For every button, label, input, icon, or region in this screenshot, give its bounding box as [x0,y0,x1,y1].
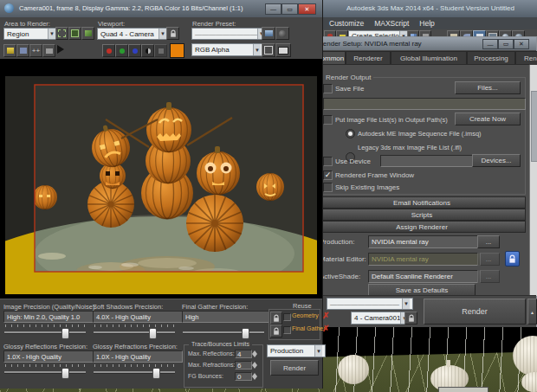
production-browse-button[interactable]: ... [477,235,500,248]
print-image-icon[interactable] [42,44,55,57]
rfw-mr-panel: Image Precision (Quality/Noise): High: M… [0,299,322,389]
environment-icon[interactable] [275,27,289,40]
dialog-content: Render Output Save File Files... Put Ima… [313,64,529,296]
material-browse-button[interactable]: ... [477,253,500,266]
material-lock-button[interactable] [505,251,520,267]
save-file-checkbox[interactable] [323,84,333,93]
save-path-field[interactable] [323,98,526,110]
lock-icon [273,314,280,323]
auto-region-icon[interactable] [68,27,81,40]
render-flyout-button[interactable]: ▴ [527,299,537,325]
dialog-close-button[interactable]: ✕ [514,39,529,49]
put-image-list-checkbox[interactable] [323,115,333,125]
geometry-lock-button[interactable] [270,312,282,325]
glossy-refractions-slider[interactable] [93,368,176,377]
menu-customize[interactable]: Customize [324,17,369,29]
soft-shadows-label: Soft Shadows Precision: [93,303,163,311]
dialog-maximize-button[interactable]: ▭ [498,39,514,49]
blue-channel-icon[interactable] [128,44,141,57]
use-device-checkbox[interactable] [323,157,333,166]
glossy-refractions-label: Glossy Refractions Precision: [93,343,178,350]
menu-help[interactable]: Help [414,17,439,29]
menu-maxscript[interactable]: MAXScript [369,17,414,29]
dialog-titlebar[interactable]: Render Setup: NVIDIA mental ray — ▭ ✕ [313,37,536,50]
rfw-close-button[interactable]: ✕ [298,3,316,15]
soft-shadows-slider[interactable] [93,328,176,337]
ifl-label: Legacy 3ds max Image File List (.ifl) [358,144,462,151]
red-channel-icon[interactable] [102,44,115,57]
channel-display-dropdown[interactable]: RGB Alpha▼ [191,43,264,56]
mono-channel-icon[interactable] [141,44,154,57]
viewport-select-icon[interactable] [81,27,94,40]
rollout-scripts[interactable]: Scripts [318,209,526,221]
view-dropdown[interactable]: 4 - Camera001 ▼ [351,312,408,325]
max-refractions-spinner[interactable]: 6 [235,361,259,370]
devices-button[interactable]: Devices... [472,154,521,167]
white-pumpkin-1[interactable] [338,355,369,384]
render-setup-open-icon[interactable] [262,27,275,40]
use-device-label: Use Device [335,157,371,165]
spin-down-icon[interactable] [252,365,257,369]
render-setup-dialog: Render Setup: NVIDIA mental ray — ▭ ✕ Co… [312,36,537,327]
spin-down-icon[interactable] [252,376,257,380]
viewport-lock-icon[interactable] [166,27,179,40]
layer-compare-icon[interactable] [262,43,275,57]
tab-renderer[interactable]: Renderer [346,51,391,65]
render-preset-dropdown[interactable]: —————————▼ [191,28,264,40]
fullscreen-toggle-icon[interactable] [275,43,291,57]
clear-finalgather-icon[interactable]: ✗ [322,325,329,333]
dialog-minimize-button[interactable]: — [482,39,498,49]
spin-down-icon[interactable] [252,354,257,357]
glossy-reflections-slider[interactable] [3,368,87,377]
max-reflections-spinner[interactable]: 4 [235,350,259,358]
rendered-frame-window-checkbox[interactable]: ✓ [323,170,333,180]
rollout-email-notifications[interactable]: Email Notifications [318,196,526,209]
imsq-label: Autodesk ME Image Sequence File (.imsq) [358,130,482,138]
green-channel-icon[interactable] [115,44,128,57]
preset-dropdown[interactable]: —————————— ▼ [327,298,413,310]
finalgather-lock-button[interactable] [270,325,282,337]
activeshade-browse-button[interactable]: ... [477,270,500,283]
skip-existing-checkbox[interactable] [323,183,333,192]
rendered-image[interactable] [0,59,322,299]
save-image-icon[interactable] [3,44,16,57]
tab-processing[interactable]: Processing [467,51,515,65]
imsq-radio[interactable] [346,129,355,138]
device-field[interactable] [380,155,474,167]
dialog-scrollbar[interactable] [529,65,537,296]
render-mode-dropdown[interactable]: Production▼ [267,344,326,357]
clear-geometry-icon[interactable]: ✗ [322,312,329,320]
create-now-button[interactable]: Create Now [455,112,521,125]
alpha-channel-icon[interactable] [154,44,167,57]
tab-render-elements[interactable]: Render Elements [515,51,537,65]
final-gather-slider[interactable] [182,328,265,337]
max-window-title: Autodesk 3ds Max 2014 x64 - Student Vers… [346,4,514,12]
rendered-frame-window-label: Rendered Frame Window [335,171,414,179]
rfw-render-button[interactable]: Render [270,360,319,376]
rollout-assign-renderer[interactable]: Assign Renderer [318,221,526,233]
rfw-minimize-button[interactable]: — [265,3,281,15]
zoom-crosshair-icon[interactable]: ++ [29,44,42,57]
glossy-reflections-label: Glossy Reflections Precision: [3,343,87,350]
reuse-geometry-checkbox[interactable] [283,313,291,321]
rfw-title: Camera001, frame 8, Display Gamma: 2.2, … [19,4,243,12]
clone-image-icon[interactable] [16,44,29,57]
rfw-titlebar[interactable]: Camera001, frame 8, Display Gamma: 2.2, … [0,0,322,17]
clear-color-swatch[interactable] [170,43,184,58]
skip-existing-label: Skip Existing Images [335,183,399,191]
image-precision-field: High: Min 2.0, Quality 1.0 [3,311,94,323]
put-image-list-label: Put Image File List(s) in Output Path(s) [335,116,448,124]
edit-region-icon[interactable] [55,27,68,40]
viewport-dropdown[interactable]: Quad 4 - Camera▼ [97,28,170,40]
rfw-maximize-button[interactable]: ▭ [281,3,298,15]
files-button[interactable]: Files... [455,81,521,94]
reuse-finalgather-checkbox[interactable] [283,326,291,334]
tab-global-illumination[interactable]: Global Illumination [391,51,467,65]
scrollbar-thumb[interactable] [531,91,537,162]
lock-icon [508,254,516,264]
area-to-render-dropdown[interactable]: Region▼ [3,28,59,40]
fg-bounces-spinner[interactable]: 0 [235,372,259,381]
image-precision-slider[interactable] [3,328,87,337]
dialog-render-button[interactable]: Render [424,299,526,325]
view-lock-button[interactable] [404,312,417,325]
